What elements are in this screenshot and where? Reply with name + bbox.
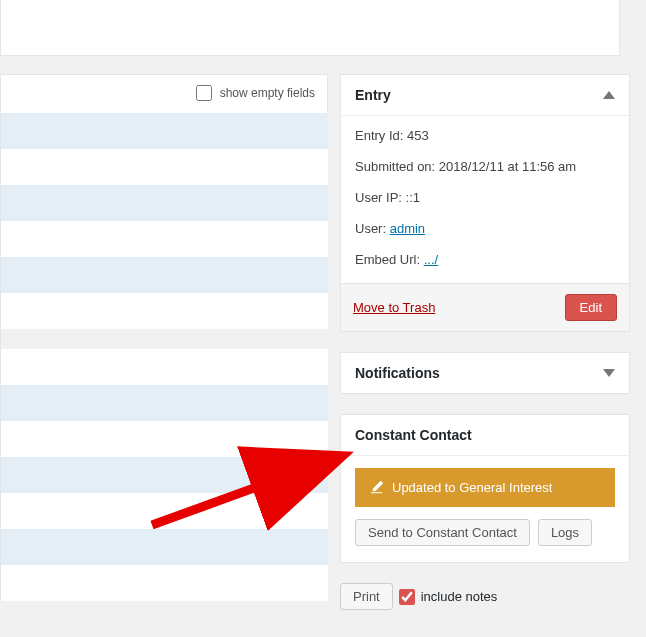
submitted-value: 2018/12/11 at 11:56 am: [439, 159, 576, 174]
constant-contact-title: Constant Contact: [355, 427, 472, 443]
notifications-title: Notifications: [355, 365, 440, 381]
user-link[interactable]: admin: [390, 221, 425, 236]
entry-box-title: Entry: [355, 87, 391, 103]
section-gap: [1, 329, 328, 349]
table-row: [1, 493, 328, 529]
table-row: [1, 221, 328, 257]
table-row: [1, 257, 328, 293]
entry-embed-line: Embed Url: .../: [355, 252, 615, 267]
cc-actions-row: Send to Constant Contact Logs: [355, 519, 615, 550]
notifications-box: Notifications: [340, 352, 630, 394]
entry-box-footer: Move to Trash Edit: [341, 283, 629, 331]
user-label: User:: [355, 221, 386, 236]
userip-label: User IP:: [355, 190, 402, 205]
entry-id-value: 453: [407, 128, 429, 143]
table-row: [1, 185, 328, 221]
notifications-header[interactable]: Notifications: [341, 353, 629, 393]
table-row: [1, 421, 328, 457]
entry-sidebar: Entry Entry Id: 453 Submitted on: 2018/1…: [340, 74, 630, 610]
entry-userip-line: User IP: ::1: [355, 190, 615, 205]
constant-contact-body: Updated to General Interest Send to Cons…: [341, 456, 629, 562]
table-row: [1, 349, 328, 385]
caret-down-icon: [603, 369, 615, 377]
userip-value: ::1: [406, 190, 420, 205]
print-row: Print include notes: [340, 583, 630, 610]
move-to-trash-link[interactable]: Move to Trash: [353, 300, 435, 315]
table-row: [1, 529, 328, 565]
entry-id-line: Entry Id: 453: [355, 128, 615, 143]
include-notes-label: include notes: [421, 589, 498, 604]
embed-label: Embed Url:: [355, 252, 420, 267]
entry-meta-box: Entry Entry Id: 453 Submitted on: 2018/1…: [340, 74, 630, 332]
table-row: [1, 385, 328, 421]
show-empty-checkbox[interactable]: [196, 85, 212, 101]
entry-box-body: Entry Id: 453 Submitted on: 2018/12/11 a…: [341, 116, 629, 283]
table-row: [1, 149, 328, 185]
caret-up-icon: [603, 91, 615, 99]
logs-button[interactable]: Logs: [538, 519, 592, 546]
edit-note-icon: [369, 480, 384, 495]
table-row: [1, 293, 328, 329]
cc-status-text: Updated to General Interest: [392, 480, 552, 495]
edit-button[interactable]: Edit: [565, 294, 617, 321]
entry-user-line: User: admin: [355, 221, 615, 236]
constant-contact-header[interactable]: Constant Contact: [341, 415, 629, 456]
entry-id-label: Entry Id:: [355, 128, 403, 143]
show-empty-toggle: show empty fields: [0, 74, 328, 113]
constant-contact-box: Constant Contact Updated to General Inte…: [340, 414, 630, 563]
embed-url-link[interactable]: .../: [424, 252, 438, 267]
table-row: [1, 457, 328, 493]
entries-left-panel: show empty fields: [0, 74, 328, 637]
print-button[interactable]: Print: [340, 583, 393, 610]
table-row: [1, 565, 328, 601]
entry-submitted-line: Submitted on: 2018/12/11 at 11:56 am: [355, 159, 615, 174]
entry-box-header[interactable]: Entry: [341, 75, 629, 116]
include-notes-checkbox[interactable]: [399, 589, 415, 605]
entry-fields-list: [0, 113, 328, 601]
send-to-constant-contact-button[interactable]: Send to Constant Contact: [355, 519, 530, 546]
submitted-label: Submitted on:: [355, 159, 435, 174]
table-row: [1, 113, 328, 149]
top-gap-box: [0, 0, 620, 56]
show-empty-label: show empty fields: [220, 86, 315, 100]
cc-status-banner: Updated to General Interest: [355, 468, 615, 507]
